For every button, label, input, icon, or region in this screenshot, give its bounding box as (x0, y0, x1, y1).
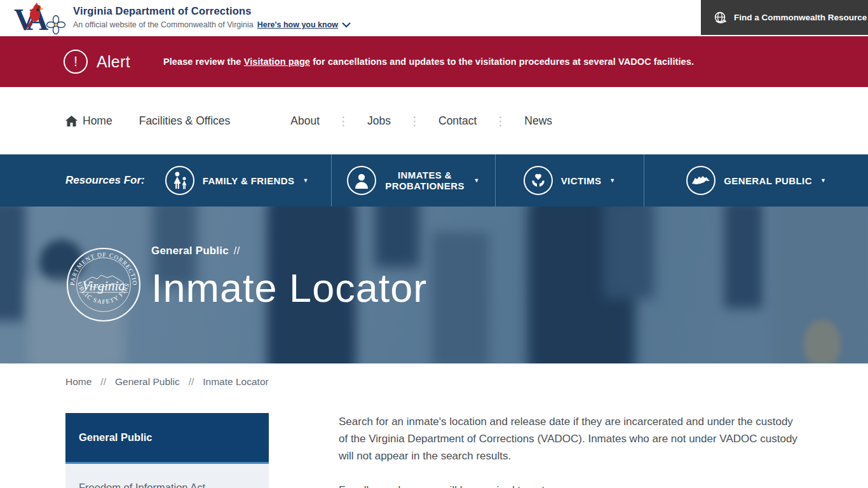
breadcrumb-separator: // (100, 376, 106, 388)
seal-middle-text: Virginia (82, 278, 125, 294)
alert-message: Please review the Visitation page for ca… (163, 57, 694, 67)
vadoc-logo[interactable]: VA (14, 2, 72, 35)
alert-message-prefix: Please review the (163, 57, 244, 67)
nav-jobs[interactable]: Jobs (367, 114, 391, 128)
victims-heart-hands-icon (524, 166, 553, 195)
breadcrumb: Home // General Public // Inmate Locator (65, 376, 269, 388)
resources-for-label: Resources For: (65, 174, 145, 187)
breadcrumb-current: Inmate Locator (203, 376, 268, 388)
main-content: Search for an inmate's location and rele… (339, 413, 804, 488)
menu-family-friends[interactable]: FAMILY & FRIENDS ▼ (143, 154, 330, 207)
breadcrumb-separator: // (189, 376, 194, 388)
va-logo-icon: VA (14, 2, 72, 35)
nav-news[interactable]: News (524, 114, 552, 128)
heres-how-you-know-link[interactable]: Here's how you know (257, 20, 338, 29)
nav-separator-dots: ⋮ (337, 114, 349, 128)
hero-eyebrow-separator: // (234, 245, 240, 257)
menu-general-public[interactable]: GENERAL PUBLIC ▼ (644, 154, 868, 207)
nav-about[interactable]: About (290, 114, 320, 128)
breadcrumb-home[interactable]: Home (65, 376, 92, 388)
main-navigation: Home Facilities & Offices About ⋮ Jobs ⋮… (0, 87, 868, 154)
chevron-down-icon[interactable] (342, 22, 351, 28)
dogwood-flower-icon (47, 16, 65, 34)
globe-icon (714, 11, 728, 25)
nav-home-label: Home (83, 114, 112, 128)
nav-facilities-offices[interactable]: Facilities & Offices (139, 114, 231, 128)
find-commonwealth-resource-button[interactable]: Find a Commonwealth Resource (701, 0, 868, 35)
sidebar-item-general-public[interactable]: General Public (65, 413, 269, 464)
nav-separator-dots: ⋮ (409, 114, 421, 128)
resources-for-bar: Resources For: FAMILY & FRIENDS ▼ (0, 154, 868, 207)
alert-label: Alert (97, 53, 130, 71)
dropdown-arrow-icon: ▼ (302, 177, 308, 184)
hero-eyebrow[interactable]: General Public// (151, 245, 427, 257)
nav-home[interactable]: Home (65, 114, 112, 128)
breadcrumb-general-public[interactable]: General Public (115, 376, 180, 388)
menu-victims[interactable]: VICTIMS ▼ (495, 154, 643, 207)
alert-message-suffix: for cancellations and updates to the vis… (310, 57, 694, 67)
hero-banner: DEPARTMENT OF CORRECTIONS PUBLIC SAFETY … (0, 207, 868, 363)
dropdown-arrow-icon: ▼ (820, 177, 826, 184)
dropdown-arrow-icon: ▼ (474, 177, 480, 184)
family-icon (165, 166, 194, 195)
sidebar-item-foia[interactable]: Freedom of Information Act (65, 464, 269, 488)
resource-button-label: Find a Commonwealth Resource (734, 13, 867, 22)
alert-banner: ! Alert Please review the Visitation pag… (0, 36, 868, 87)
menu-inmates-probationers[interactable]: INMATES & PROBATIONERS ▼ (331, 154, 494, 207)
dropdown-arrow-icon: ▼ (609, 177, 615, 184)
brand-block: Virginia Department of Corrections An of… (73, 5, 351, 29)
home-icon (65, 116, 78, 126)
site-header: VA Virgin (0, 0, 868, 36)
virginia-map-icon (686, 166, 715, 195)
menu-label: INMATES & PROBATIONERS (384, 170, 466, 191)
official-site-text: An official website of the Commonwealth … (73, 20, 254, 29)
inmate-icon (347, 166, 376, 195)
vadoc-seal-icon: DEPARTMENT OF CORRECTIONS PUBLIC SAFETY … (65, 247, 142, 323)
page-title: Inmate Locator (151, 265, 427, 311)
hero-eyebrow-label: General Public (151, 245, 229, 257)
menu-label: GENERAL PUBLIC (724, 175, 812, 186)
site-title: Virginia Department of Corrections (73, 5, 351, 17)
nav-separator-dots: ⋮ (494, 114, 506, 128)
alert-exclamation-icon: ! (64, 50, 88, 74)
nav-contact[interactable]: Contact (438, 114, 477, 128)
menu-label: FAMILY & FRIENDS (203, 175, 295, 186)
menu-label: VICTIMS (561, 175, 602, 186)
intro-paragraph: Search for an inmate's location and rele… (339, 413, 804, 464)
section-sidebar: General Public Freedom of Information Ac… (65, 413, 269, 488)
visitation-page-link[interactable]: Visitation page (244, 57, 310, 67)
page: VA Virgin (0, 0, 868, 488)
requirements-lead: For all searches, you will be required t… (339, 482, 804, 488)
